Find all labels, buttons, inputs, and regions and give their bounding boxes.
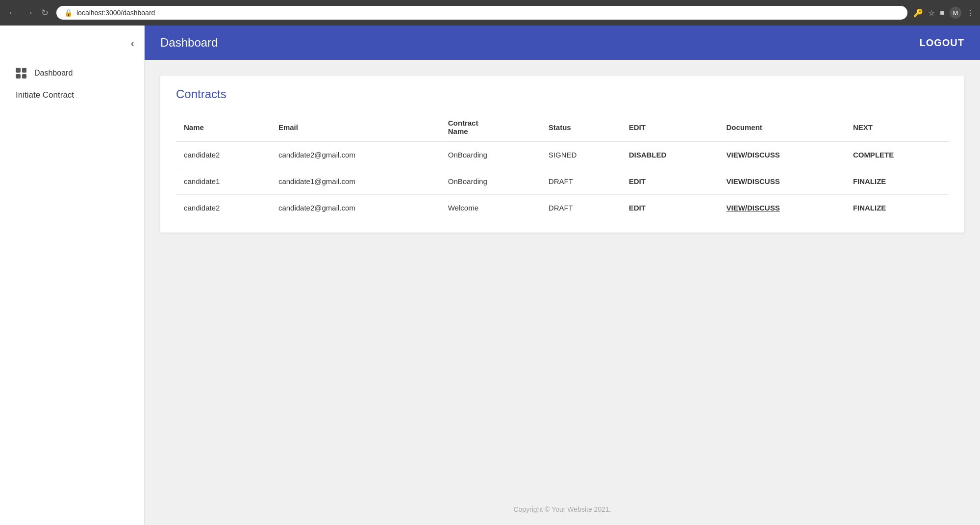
sidebar-nav: Dashboard Initiate Contract — [0, 62, 144, 106]
address-bar[interactable]: 🔒 localhost:3000/dashboard — [56, 6, 907, 20]
url-text: localhost:3000/dashboard — [76, 9, 155, 17]
col-contract-name: ContractName — [440, 113, 541, 142]
extensions-icon: ■ — [940, 8, 945, 17]
cell-edit: DISABLED — [621, 142, 719, 168]
cell-document: VIEW/DISCUSS — [719, 195, 845, 221]
app-layout: ‹ Dashboard Initiate Contract Dashboard … — [0, 26, 980, 525]
cell-status: DRAFT — [541, 195, 621, 221]
edit-link-3[interactable]: EDIT — [629, 204, 646, 212]
view-discuss-link-2[interactable]: VIEW/DISCUSS — [727, 177, 780, 185]
cell-edit: EDIT — [621, 168, 719, 195]
page-title: Dashboard — [160, 36, 218, 50]
cell-name: candidate2 — [176, 195, 271, 221]
table-header-row: Name Email ContractName Status EDIT Docu… — [176, 113, 949, 142]
sidebar-collapse-button[interactable]: ‹ — [129, 35, 136, 52]
page-footer: Copyright © Your Website 2021. — [145, 494, 980, 525]
edit-link-2[interactable]: EDIT — [629, 177, 646, 185]
table-row: candidate2 candidate2@gmail.com Welcome … — [176, 195, 949, 221]
profile-avatar: M — [950, 7, 961, 19]
cell-document: VIEW/DISCUSS — [719, 142, 845, 168]
cell-email: candidate2@gmail.com — [271, 195, 440, 221]
cell-email: candidate2@gmail.com — [271, 142, 440, 168]
browser-chrome: ← → ↻ 🔒 localhost:3000/dashboard 🔑 ☆ ■ M… — [0, 0, 980, 26]
browser-nav-icons: ← → ↻ — [6, 5, 50, 20]
star-icon: ☆ — [928, 8, 935, 18]
reload-button[interactable]: ↻ — [39, 5, 50, 20]
cell-next: FINALIZE — [845, 195, 949, 221]
cell-next: FINALIZE — [845, 168, 949, 195]
col-email: Email — [271, 113, 440, 142]
view-discuss-link-1[interactable]: VIEW/DISCUSS — [727, 151, 780, 159]
finalize-link-2[interactable]: FINALIZE — [853, 177, 886, 185]
col-document: Document — [719, 113, 845, 142]
footer-text: Copyright © Your Website 2021. — [513, 505, 611, 513]
cell-status: SIGNED — [541, 142, 621, 168]
lock-icon: 🔒 — [64, 9, 73, 17]
table-header: Name Email ContractName Status EDIT Docu… — [176, 113, 949, 142]
key-icon: 🔑 — [913, 8, 923, 18]
sidebar-item-initiate-contract[interactable]: Initiate Contract — [8, 84, 136, 106]
cell-contract-name: Welcome — [440, 195, 541, 221]
cell-name: candidate2 — [176, 142, 271, 168]
browser-right-icons: 🔑 ☆ ■ M ⋮ — [913, 7, 974, 19]
col-name: Name — [176, 113, 271, 142]
menu-icon: ⋮ — [966, 8, 974, 18]
cell-email: candidate1@gmail.com — [271, 168, 440, 195]
initiate-contract-label: Initiate Contract — [16, 90, 74, 100]
back-button[interactable]: ← — [6, 6, 19, 20]
cell-contract-name: OnBoarding — [440, 168, 541, 195]
sidebar-dashboard-label: Dashboard — [34, 69, 73, 78]
cell-status: DRAFT — [541, 168, 621, 195]
table-row: candidate2 candidate2@gmail.com OnBoardi… — [176, 142, 949, 168]
dashboard-icon — [16, 68, 26, 79]
finalize-link-3[interactable]: FINALIZE — [853, 204, 886, 212]
main-content: Dashboard LOGOUT Contracts Name Email Co… — [145, 26, 980, 525]
cell-next: COMPLETE — [845, 142, 949, 168]
col-next: NEXT — [845, 113, 949, 142]
col-status: Status — [541, 113, 621, 142]
forward-button[interactable]: → — [23, 6, 35, 20]
cell-contract-name: OnBoarding — [440, 142, 541, 168]
table-body: candidate2 candidate2@gmail.com OnBoardi… — [176, 142, 949, 221]
view-discuss-link-3[interactable]: VIEW/DISCUSS — [727, 204, 780, 212]
contracts-card: Contracts Name Email ContractName Status… — [160, 76, 964, 233]
sidebar: ‹ Dashboard Initiate Contract — [0, 26, 145, 525]
content-area: Contracts Name Email ContractName Status… — [145, 60, 980, 494]
cell-document: VIEW/DISCUSS — [719, 168, 845, 195]
cell-name: candidate1 — [176, 168, 271, 195]
logout-button[interactable]: LOGOUT — [919, 37, 964, 49]
app-header: Dashboard LOGOUT — [145, 26, 980, 60]
sidebar-item-dashboard[interactable]: Dashboard — [8, 62, 136, 84]
col-edit: EDIT — [621, 113, 719, 142]
contracts-table: Name Email ContractName Status EDIT Docu… — [176, 113, 949, 221]
contracts-title: Contracts — [176, 87, 949, 101]
complete-link[interactable]: COMPLETE — [853, 151, 894, 159]
sidebar-collapse-area: ‹ — [0, 26, 144, 62]
cell-edit: EDIT — [621, 195, 719, 221]
table-row: candidate1 candidate1@gmail.com OnBoardi… — [176, 168, 949, 195]
edit-disabled-link[interactable]: DISABLED — [629, 151, 667, 159]
